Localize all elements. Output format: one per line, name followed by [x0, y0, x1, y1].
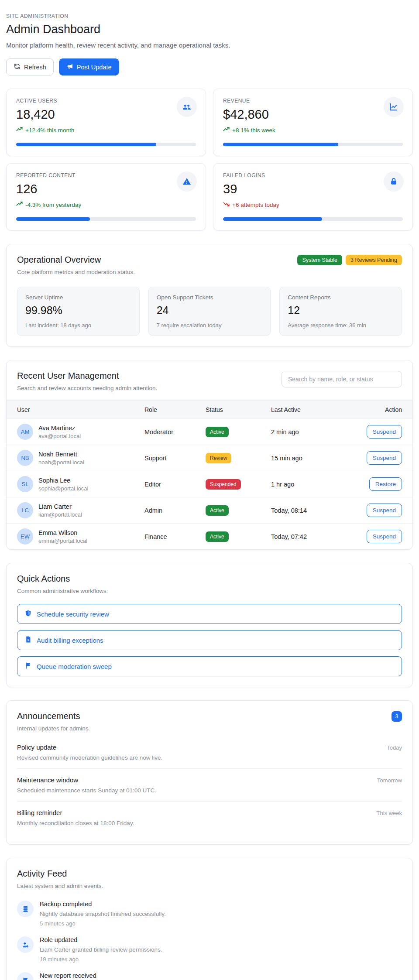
table-row: EW Emma Wilson emma@portal.local Finance… [7, 523, 412, 549]
post-update-button[interactable]: Post Update [59, 58, 119, 75]
status-badge: Suspended [206, 479, 241, 490]
stat-label: REVENUE [223, 98, 403, 104]
status-badges: System Stable 3 Reviews Pending [297, 255, 402, 265]
metric-server-uptime: Server Uptime 99.98% Last incident: 18 d… [17, 287, 140, 336]
quick-action-label: Audit billing exceptions [37, 637, 103, 644]
user-management-section: Recent User Management Search and review… [6, 360, 413, 550]
quick-actions-section: Quick Actions Common administrative work… [6, 563, 413, 687]
shield-icon [24, 610, 32, 618]
announcement-count-badge: 3 [392, 711, 402, 722]
stat-trend: +8.1% this week [223, 126, 403, 134]
user-table: User Role Status Last Active Action AM A… [7, 400, 412, 549]
user-name: Sophia Lee [38, 477, 88, 484]
metric-note: Last incident: 18 days ago [25, 322, 131, 329]
stat-value: $42,860 [223, 107, 403, 122]
announcement-date: Tomorrow [377, 776, 402, 784]
svg-text:$: $ [27, 638, 29, 641]
section-title: Quick Actions [17, 574, 402, 584]
stat-progress-fill [16, 217, 90, 221]
refresh-label: Refresh [24, 64, 46, 71]
metric-label: Open Support Tickets [157, 294, 263, 301]
reviews-pending-badge: 3 Reviews Pending [346, 255, 402, 265]
activity-feed-list: Backup completed Nightly database snapsh… [17, 901, 402, 980]
section-subtitle: Common administrative workflows. [17, 588, 402, 594]
schedule-security-review-button[interactable]: Schedule security review [17, 604, 402, 624]
last-active: Today, 07:42 [271, 533, 354, 540]
stat-progress-fill [16, 143, 156, 146]
list-item: Billing reminder Monthly reconciliation … [17, 801, 402, 834]
page-title: Admin Dashboard [6, 23, 413, 36]
metric-note: 7 require escalation today [157, 322, 263, 329]
stat-trend: -4.3% from yesterday [16, 201, 196, 209]
stat-trend-label: +6 attempts today [232, 202, 279, 208]
post-update-label: Post Update [77, 64, 112, 71]
header-actions: Refresh Post Update [6, 58, 413, 75]
avatar: NB [17, 450, 33, 466]
column-action: Action [354, 406, 402, 413]
stat-label: REPORTED CONTENT [16, 172, 196, 178]
quick-action-list: Schedule security review $ Audit billing… [17, 604, 402, 676]
table-row: NB Noah Bennett noah@portal.local Suppor… [7, 445, 412, 471]
stat-card-reported-content: REPORTED CONTENT 126 -4.3% from yesterda… [6, 163, 206, 231]
lock-icon [384, 171, 404, 192]
suspend-button[interactable]: Suspend [367, 530, 402, 543]
last-active: 2 min ago [271, 428, 354, 435]
table-row: SL Sophia Lee sophia@portal.local Editor… [7, 471, 412, 497]
status-badge: Active [206, 505, 229, 516]
refresh-button[interactable]: Refresh [6, 58, 54, 75]
user-role: Editor [144, 481, 206, 488]
column-role: Role [144, 406, 206, 413]
trending-up-icon [16, 201, 23, 209]
user-role: Admin [144, 507, 206, 514]
event-title: New report received [40, 972, 175, 979]
restore-button[interactable]: Restore [369, 477, 402, 491]
page-header: SITE ADMINISTRATION Admin Dashboard Moni… [6, 13, 413, 75]
event-title: Role updated [40, 936, 162, 943]
table-row: LC Liam Carter liam@portal.local Admin A… [7, 497, 412, 523]
status-badge: Active [206, 531, 229, 542]
column-status: Status [206, 406, 271, 413]
suspend-button[interactable]: Suspend [367, 504, 402, 517]
section-title: Announcements [17, 711, 90, 721]
event-description: Liam Carter granted billing review permi… [40, 946, 162, 953]
stat-card-active-users: ACTIVE USERS 18,420 +12.4% this month [6, 89, 206, 156]
suspend-button[interactable]: Suspend [367, 451, 402, 465]
list-item: Role updated Liam Carter granted billing… [17, 936, 402, 963]
users-icon [177, 97, 197, 117]
table-row: AM Ava Martinez ava@portal.local Moderat… [7, 418, 412, 445]
page-subtitle: Monitor platform health, review recent a… [6, 41, 413, 49]
section-subtitle: Internal updates for admins. [17, 725, 90, 732]
announcement-description: Revised community moderation guidelines … [17, 754, 162, 761]
announcement-title: Maintenance window [17, 776, 156, 784]
user-email: noah@portal.local [38, 459, 84, 466]
announcement-description: Scheduled maintenance starts Sunday at 0… [17, 787, 156, 794]
stat-trend: +12.4% this month [16, 126, 196, 134]
user-search-input[interactable] [282, 371, 402, 387]
section-title: Recent User Management [17, 371, 157, 381]
last-active: 1 hr ago [271, 481, 354, 488]
user-email: ava@portal.local [38, 433, 81, 439]
line-chart-icon [384, 97, 404, 117]
system-stable-badge: System Stable [297, 255, 342, 265]
user-role: Support [144, 455, 206, 462]
metric-content-reports: Content Reports 12 Average response time… [279, 287, 402, 336]
user-role: Finance [144, 533, 206, 540]
eyebrow: SITE ADMINISTRATION [6, 13, 413, 19]
stat-trend-label: +8.1% this week [232, 127, 275, 134]
status-badge: Review [206, 453, 231, 463]
avatar: EW [17, 528, 33, 545]
section-subtitle: Core platform metrics and moderation sta… [17, 269, 135, 275]
audit-billing-exceptions-button[interactable]: $ Audit billing exceptions [17, 630, 402, 650]
avatar: AM [17, 424, 33, 440]
quick-action-label: Schedule security review [37, 610, 109, 618]
queue-moderation-sweep-button[interactable]: Queue moderation sweep [17, 656, 402, 676]
operational-overview-section: Operational Overview Core platform metri… [6, 244, 413, 347]
event-time: 19 minutes ago [40, 956, 162, 963]
last-active: 15 min ago [271, 455, 354, 462]
trending-down-icon [223, 201, 230, 209]
activity-feed-section: Activity Feed Latest system and admin ev… [6, 858, 413, 980]
suspend-button[interactable]: Suspend [367, 425, 402, 439]
list-item: New report received A content abuse tick… [17, 972, 402, 980]
column-last-active: Last Active [271, 406, 354, 413]
announcements-section: Announcements Internal updates for admin… [6, 700, 413, 845]
